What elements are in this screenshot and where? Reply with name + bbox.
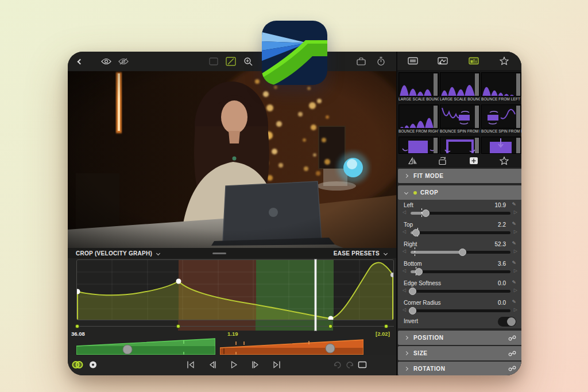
preset-item[interactable]: BOUNCE SPIN FROM LEFT bbox=[440, 104, 480, 133]
section-rotation[interactable]: ROTATION bbox=[398, 362, 521, 375]
slider-handle[interactable] bbox=[422, 209, 430, 217]
fullscreen-icon[interactable] bbox=[358, 360, 367, 369]
preset-item[interactable]: LARGE SCALE BOUNCE FR... bbox=[399, 72, 439, 101]
slider-top: Top 2.2 ✎ ◁ ▷ bbox=[398, 222, 521, 240]
slider-track[interactable] bbox=[411, 290, 510, 293]
slider-handle[interactable] bbox=[409, 288, 416, 295]
crop-frame-tab-icon[interactable] bbox=[469, 156, 479, 165]
slider-value: 52.3 bbox=[495, 241, 506, 247]
playhead[interactable] bbox=[315, 259, 316, 331]
edit-pencil-icon[interactable]: ✎ bbox=[512, 201, 516, 207]
keyframe-presets-tab-icon[interactable] bbox=[469, 56, 479, 65]
preset-item[interactable]: BOUNCE FROM LEFT bbox=[481, 72, 521, 101]
crop-controls: Left 10.9 ✎ ◁ ▷ Top 2.2 ✎ ◁ bbox=[398, 200, 521, 328]
preset-item[interactable]: BOUNCE FROM RIGHT bbox=[399, 104, 439, 133]
nudge-left-icon[interactable]: ◁ bbox=[403, 209, 406, 215]
video-preview[interactable] bbox=[68, 71, 396, 248]
keyframed-dot-icon bbox=[413, 191, 417, 195]
keyframe-link-icon[interactable] bbox=[508, 366, 516, 371]
slider-track[interactable] bbox=[411, 212, 510, 215]
toolbox-icon[interactable] bbox=[356, 56, 366, 67]
slider-track[interactable] bbox=[411, 251, 510, 254]
slider-handle[interactable] bbox=[459, 249, 466, 256]
keyframe-marker[interactable] bbox=[176, 324, 180, 328]
hide-overlay-eye-icon[interactable] bbox=[118, 56, 129, 67]
slider-value: 0.0 bbox=[498, 300, 506, 306]
section-position[interactable]: POSITION bbox=[398, 331, 521, 345]
skip-start-button[interactable] bbox=[186, 360, 195, 369]
rotate-tab-icon[interactable] bbox=[438, 156, 448, 165]
section-label: POSITION bbox=[413, 335, 444, 341]
graph-title[interactable]: CROP (VELOCITY GRAPH) bbox=[76, 250, 152, 257]
preset-item[interactable] bbox=[399, 137, 439, 154]
favorites-attr-tab-icon[interactable] bbox=[499, 156, 509, 165]
section-size[interactable]: SIZE bbox=[398, 346, 521, 360]
slider-value: 3.6 bbox=[498, 261, 506, 267]
nudge-left-icon[interactable]: ◁ bbox=[403, 229, 406, 234]
slider-track[interactable] bbox=[411, 309, 510, 312]
keyframe-track[interactable] bbox=[76, 320, 394, 331]
flip-tab-icon[interactable] bbox=[408, 156, 418, 165]
keyframe-rings-icon[interactable] bbox=[71, 360, 85, 369]
edit-pencil-icon[interactable]: ✎ bbox=[512, 221, 516, 227]
section-crop[interactable]: CROP bbox=[398, 185, 521, 200]
edit-pencil-icon[interactable]: ✎ bbox=[512, 280, 516, 285]
preset-item[interactable] bbox=[440, 137, 480, 154]
section-fit-mode[interactable]: FIT MODE bbox=[398, 169, 521, 183]
add-marker-icon[interactable] bbox=[88, 360, 98, 369]
frame-back-button[interactable] bbox=[208, 360, 217, 369]
ease-presets-button[interactable]: EASE PRESETS bbox=[334, 250, 380, 257]
slider-handle[interactable] bbox=[415, 268, 423, 275]
favorites-tab-icon[interactable] bbox=[499, 56, 509, 65]
play-button[interactable] bbox=[229, 360, 238, 369]
nudge-right-icon[interactable]: ▷ bbox=[514, 307, 517, 312]
frame-forward-button[interactable] bbox=[251, 360, 260, 369]
speed-handle bbox=[123, 345, 132, 354]
nudge-left-icon[interactable]: ◁ bbox=[403, 268, 406, 273]
speed-ramp-orange[interactable] bbox=[220, 337, 363, 357]
drag-handle[interactable] bbox=[212, 253, 226, 254]
edit-pencil-icon[interactable]: ✎ bbox=[512, 240, 516, 246]
preview-toolbar bbox=[68, 52, 396, 71]
chevron-right-icon bbox=[404, 336, 408, 340]
zoom-in-icon[interactable] bbox=[243, 56, 253, 67]
keyframe-marker[interactable] bbox=[75, 324, 79, 328]
back-button[interactable] bbox=[75, 56, 85, 67]
slider-track[interactable] bbox=[411, 231, 510, 234]
edit-pencil-icon[interactable]: ✎ bbox=[512, 260, 516, 266]
nudge-right-icon[interactable]: ▷ bbox=[514, 209, 517, 215]
velocity-graph[interactable] bbox=[76, 259, 394, 320]
ease-presets-chevron-icon bbox=[384, 251, 388, 255]
nudge-right-icon[interactable]: ▷ bbox=[514, 229, 517, 234]
nudge-right-icon[interactable]: ▷ bbox=[514, 288, 517, 293]
keyframe-link-icon[interactable] bbox=[508, 351, 516, 356]
preset-item[interactable] bbox=[481, 137, 521, 154]
invert-toggle[interactable] bbox=[498, 317, 516, 327]
preset-scrollbar bbox=[475, 73, 479, 96]
slider-handle[interactable] bbox=[412, 229, 420, 236]
preset-grid: LARGE SCALE BOUNCE FR... LARGE SCALE BOU… bbox=[397, 70, 521, 154]
timer-icon[interactable] bbox=[376, 56, 386, 67]
skip-end-button[interactable] bbox=[272, 360, 281, 369]
nudge-left-icon[interactable]: ◁ bbox=[403, 249, 406, 254]
clip-start-time: 36.08 bbox=[71, 331, 85, 337]
keyframe-link-icon[interactable] bbox=[508, 335, 516, 341]
crop-tool-icon[interactable] bbox=[226, 56, 236, 67]
show-overlay-eye-icon[interactable] bbox=[101, 56, 111, 67]
preset-item[interactable]: BOUNCE SPIN FROM RIGHT bbox=[481, 104, 521, 133]
speed-ramp-green[interactable] bbox=[76, 337, 215, 357]
monitor-tab-icon[interactable] bbox=[408, 56, 418, 65]
slider-track[interactable] bbox=[411, 270, 510, 273]
slider-bottom: Bottom 3.6 ✎ ◁ ▷ bbox=[398, 261, 521, 279]
keyframe-marker[interactable] bbox=[328, 324, 332, 328]
transitions-tab-icon[interactable] bbox=[438, 56, 448, 65]
nudge-left-icon[interactable]: ◁ bbox=[403, 288, 406, 293]
edit-pencil-icon[interactable]: ✎ bbox=[512, 299, 516, 305]
keyframe-marker[interactable] bbox=[384, 324, 388, 328]
nudge-left-icon[interactable]: ◁ bbox=[403, 307, 406, 312]
chevron-right-icon bbox=[404, 174, 408, 178]
slider-handle[interactable] bbox=[409, 307, 416, 315]
preset-item[interactable]: LARGE SCALE BOUNCE FR... bbox=[440, 72, 480, 101]
nudge-right-icon[interactable]: ▷ bbox=[514, 249, 517, 254]
nudge-right-icon[interactable]: ▷ bbox=[514, 268, 517, 273]
